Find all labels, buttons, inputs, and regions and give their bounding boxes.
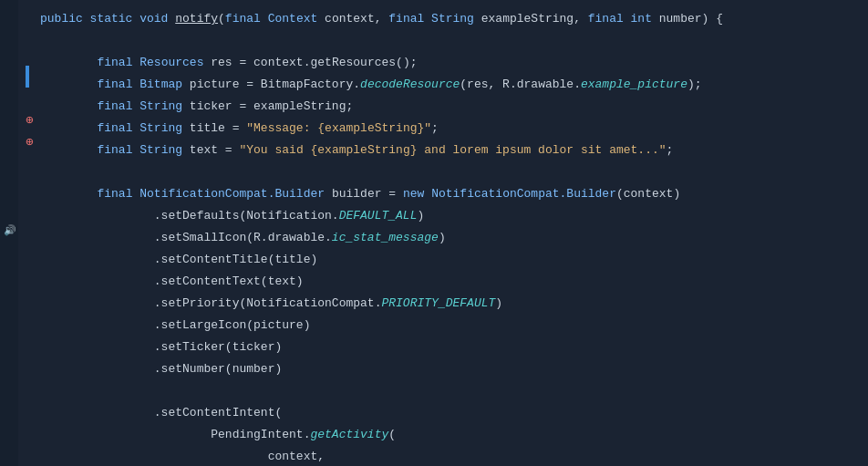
line-gutter <box>0 350 36 372</box>
line-marker <box>26 44 29 66</box>
line-gutter <box>0 22 36 44</box>
code-line: .setSmallIcon(R.drawable.ic_stat_message… <box>0 219 868 241</box>
line-gutter <box>0 44 36 66</box>
line-marker: ⊕ <box>26 131 29 153</box>
code-line <box>0 22 868 44</box>
line-marker <box>26 175 29 197</box>
red-marker: ⊕ <box>26 109 33 131</box>
line-content: context, <box>36 446 868 466</box>
code-line: .setContentIntent( <box>0 394 868 416</box>
code-line: context, <box>0 438 868 460</box>
code-line: final NotificationCompat.Builder builder… <box>0 175 868 197</box>
code-line: ⊕ final String text = "You said {example… <box>0 131 868 153</box>
code-editor: public static void notify(final Context … <box>0 0 868 466</box>
line-gutter <box>0 306 36 328</box>
line-gutter <box>0 328 36 350</box>
code-line: .setContentText(text) <box>0 263 868 285</box>
line-gutter <box>0 88 36 109</box>
line-gutter <box>0 0 36 22</box>
line-marker <box>26 0 29 22</box>
line-marker <box>26 416 29 438</box>
line-marker <box>26 306 29 328</box>
code-line: final Bitmap picture = BitmapFactory.dec… <box>0 66 868 88</box>
line-gutter <box>0 416 36 438</box>
code-line: .setTicker(ticker) <box>0 328 868 350</box>
line-marker: ⊕ <box>26 109 29 131</box>
blue-marker <box>26 66 29 88</box>
code-line: .setDefaults(Notification.DEFAULT_ALL) <box>0 197 868 219</box>
line-marker <box>26 285 29 306</box>
line-marker <box>26 241 29 263</box>
code-line: public static void notify(final Context … <box>0 0 868 22</box>
line-gutter <box>0 394 36 416</box>
code-line: PendingIntent.getActivity( <box>0 416 868 438</box>
line-gutter <box>0 197 36 219</box>
line-gutter <box>0 153 36 175</box>
line-gutter <box>0 285 36 306</box>
code-line: .setContentTitle(title) <box>0 241 868 263</box>
line-gutter: ⊕ <box>0 131 36 153</box>
line-gutter <box>0 219 36 241</box>
line-marker <box>26 394 29 416</box>
line-marker <box>26 153 29 175</box>
line-marker <box>26 438 29 460</box>
line-gutter <box>0 438 36 460</box>
line-marker <box>26 88 29 109</box>
line-marker <box>26 350 29 372</box>
line-gutter <box>0 263 36 285</box>
line-marker <box>26 219 29 241</box>
line-gutter <box>0 66 36 88</box>
code-lines: public static void notify(final Context … <box>0 0 868 460</box>
line-gutter: ⊕ <box>0 109 36 131</box>
code-line: .setPriority(NotificationCompat.PRIORITY… <box>0 285 868 306</box>
code-line <box>0 372 868 394</box>
line-marker <box>26 263 29 285</box>
line-marker <box>26 66 29 88</box>
code-line: .setNumber(number) <box>0 350 868 372</box>
line-marker <box>26 197 29 219</box>
code-line: final String ticker = exampleString; <box>0 88 868 109</box>
token-plain: context, <box>40 450 325 463</box>
line-marker <box>26 372 29 394</box>
line-gutter <box>0 241 36 263</box>
code-line <box>0 153 868 175</box>
line-gutter <box>0 175 36 197</box>
red-marker: ⊕ <box>26 131 33 153</box>
line-gutter <box>0 372 36 394</box>
line-marker <box>26 328 29 350</box>
code-line: ⊕ final String title = "Message: {exampl… <box>0 109 868 131</box>
line-marker <box>26 22 29 44</box>
code-line: final Resources res = context.getResourc… <box>0 44 868 66</box>
code-line: .setLargeIcon(picture) <box>0 306 868 328</box>
